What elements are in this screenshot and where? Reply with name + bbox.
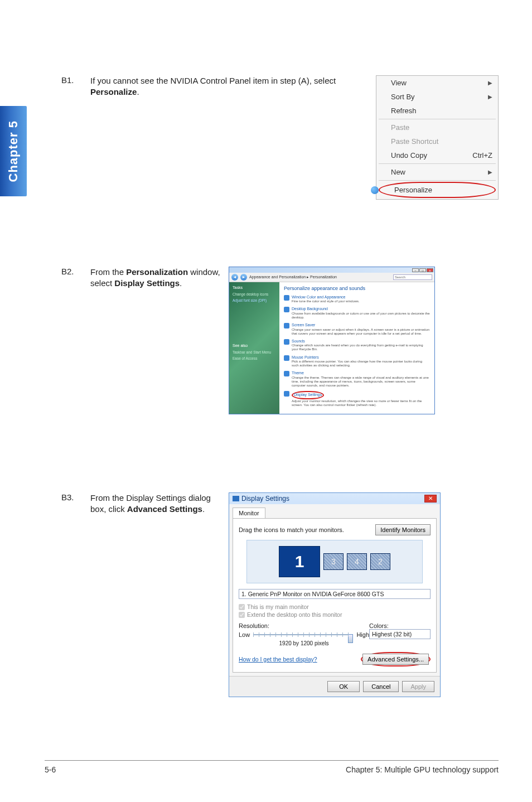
page-content: B1. If you cannot see the NVIDIA Control… [61,75,499,697]
desktop-icon [284,307,289,312]
item-desktop-bg[interactable]: Desktop BackgroundChoose from available … [284,307,430,320]
chevron-right-icon: ▶ [488,169,492,175]
ctx-paste: Paste [376,120,498,134]
sidebar-link-taskbar[interactable]: Taskbar and Start Menu [233,350,276,355]
item-display-settings[interactable]: Display SettingsAdjust your monitor reso… [284,391,430,407]
ctx-sort-by[interactable]: Sort By▶ [376,90,498,104]
step-b3-text: From the Display Settings dialog box, cl… [90,492,229,515]
colors-select[interactable]: Highest (32 bit) [369,629,431,639]
screensaver-icon [284,323,289,328]
theme-icon [284,371,289,376]
palette-icon [284,295,289,301]
close-button[interactable]: ✕ [424,495,437,503]
item-sounds[interactable]: SoundsChange which sounds are heard when… [284,339,430,352]
help-link[interactable]: How do I get the best display? [239,656,317,663]
page-footer: 5-6 Chapter 5: Multiple GPU technology s… [45,760,499,774]
search-input[interactable] [393,274,432,280]
resolution-slider[interactable]: Low High [239,631,369,638]
slider-thumb[interactable] [348,634,353,643]
personalization-window: – □ x ◄ ► Appearance and Personalization… [229,267,435,414]
ctx-new[interactable]: New▶ [376,165,498,179]
sidebar-link-desktop-icons[interactable]: Change desktop icons [233,292,276,297]
chevron-right-icon: ▶ [488,80,492,86]
close-button[interactable]: x [427,268,433,272]
sidebar-link-ease[interactable]: Ease of Access [233,356,276,361]
ctx-personalize[interactable]: Personalize [380,183,495,197]
item-screen-saver[interactable]: Screen SaverChange your screen saver or … [284,323,430,336]
item-theme[interactable]: ThemeChange the theme. Themes can change… [284,371,430,388]
step-b1-text: If you cannot see the NVIDIA Control Pan… [90,75,376,98]
advanced-settings-button[interactable]: Advanced Settings... [362,654,429,665]
step-b1: B1. If you cannot see the NVIDIA Control… [61,75,376,98]
monitor-1[interactable]: 1 [279,546,320,577]
monitor-icon [233,496,239,501]
monitor-2[interactable]: 2 [370,553,390,570]
monitor-arrangement[interactable]: 1 3 4 2 [246,540,423,583]
sidebar-heading: Tasks [233,286,276,290]
item-window-color[interactable]: Window Color and AppearanceFine tune the… [284,295,430,304]
separator [379,180,496,181]
window-titlebar: – □ x [229,267,434,273]
step-b2-text: From the Personalization window, select … [90,267,229,289]
step-b3-num: B3. [61,492,80,515]
personalize-icon [371,186,379,194]
maximize-button[interactable]: □ [419,268,426,272]
colors-label: Colors: [369,622,431,629]
minimize-button[interactable]: – [412,268,419,272]
breadcrumb[interactable]: Appearance and Personalization ▸ Persona… [249,275,337,279]
drag-instruction: Drag the icons to match your monitors. [239,526,344,533]
tab-monitor[interactable]: Monitor [233,508,265,518]
ctx-paste-shortcut: Paste Shortcut [376,134,498,148]
apply-button[interactable]: Apply [402,681,434,692]
step-b1-num: B1. [61,75,80,98]
step-b2: B2. From the Personalization window, sel… [61,267,229,289]
chevron-right-icon: ▶ [488,94,492,100]
step-b3: B3. From the Display Settings dialog box… [61,492,229,515]
display-icon [284,391,289,397]
window-titlebar: Display Settings ✕ [229,493,440,504]
sidebar: Tasks Change desktop icons Adjust font s… [229,282,279,414]
ctx-refresh[interactable]: Refresh [376,104,498,118]
ctx-personalize-highlight: Personalize [379,182,496,198]
context-menu: View▶ Sort By▶ Refresh Paste Paste Short… [376,75,499,200]
identify-monitors-button[interactable]: Identify Monitors [375,524,431,535]
item-mouse-pointers[interactable]: Mouse PointersPick a different mouse poi… [284,355,430,368]
chapter-title: Chapter 5: Multiple GPU technology suppo… [346,765,499,774]
sidebar-see-also: See also [233,344,276,348]
checkbox-main-monitor: This is my main monitor [239,603,431,610]
forward-button[interactable]: ► [240,274,247,281]
ok-button[interactable]: OK [327,681,360,692]
monitor-4[interactable]: 4 [347,553,367,570]
back-button[interactable]: ◄ [231,274,238,281]
monitor-select[interactable]: 1. Generic PnP Monitor on NVIDIA GeForce… [239,589,431,599]
ctx-view[interactable]: View▶ [376,76,498,90]
separator [379,119,496,119]
chapter-tab: Chapter 5 [0,106,27,196]
checkbox-extend: Extend the desktop onto this monitor [239,611,431,618]
ctx-undo-copy[interactable]: Undo CopyCtrl+Z [376,148,498,162]
resolution-label: Resolution: [239,622,369,629]
step-b2-num: B2. [61,267,80,289]
cancel-button[interactable]: Cancel [363,681,399,692]
sound-icon [284,339,289,345]
separator [379,163,496,164]
sidebar-link-font-size[interactable]: Adjust font size (DPI) [233,298,276,303]
main-panel: Personalize appearance and sounds Window… [279,282,434,414]
page-number: 5-6 [45,765,56,774]
monitor-3[interactable]: 3 [323,553,344,570]
mouse-icon [284,355,289,361]
window-nav: ◄ ► Appearance and Personalization ▸ Per… [229,273,434,282]
display-settings-window: Display Settings ✕ Monitor Drag the icon… [229,492,441,697]
advanced-highlight: Advanced Settings... [361,652,431,666]
panel-title: Personalize appearance and sounds [284,286,430,292]
